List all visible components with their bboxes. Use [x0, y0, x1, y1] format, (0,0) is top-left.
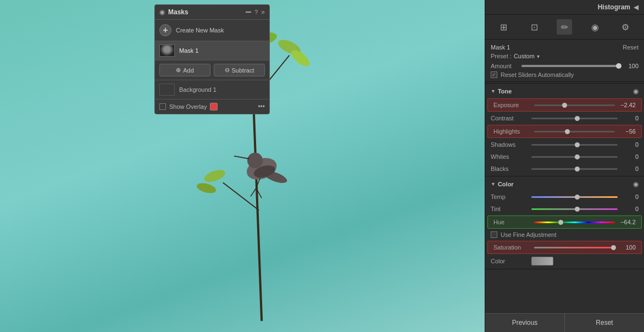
- temp-slider[interactable]: [531, 192, 618, 201]
- hue-label: Hue: [493, 219, 531, 225]
- tone-visibility-icon[interactable]: ◉: [633, 87, 639, 95]
- plus-icon: +: [159, 24, 171, 36]
- saturation-slider-row: Saturation 100: [487, 241, 642, 254]
- create-new-mask-button[interactable]: + Create New Mask: [155, 20, 269, 41]
- tint-slider[interactable]: [531, 204, 618, 213]
- blacks-slider-row: Blacks 0: [485, 163, 644, 175]
- eye-tool-icon[interactable]: ◉: [587, 19, 603, 35]
- mask-reset-button[interactable]: Reset: [623, 44, 639, 51]
- mask1-thumb-preview: [160, 45, 174, 56]
- crop-tool-icon[interactable]: ⊡: [526, 19, 542, 35]
- tint-slider-row: Tint 0: [485, 203, 644, 215]
- add-label: Add: [183, 67, 194, 74]
- tone-section-header[interactable]: ▼ Tone ◉: [485, 85, 644, 98]
- color-section-header[interactable]: ▼ Color ◉: [485, 178, 644, 191]
- whites-slider[interactable]: [531, 152, 618, 161]
- shadows-track: [531, 144, 618, 146]
- amount-slider-thumb[interactable]: [616, 63, 621, 69]
- whites-thumb[interactable]: [575, 154, 580, 159]
- checkbox-check-icon: ✓: [492, 72, 496, 78]
- add-button[interactable]: ⊕ Add: [159, 64, 210, 76]
- shadows-slider[interactable]: [531, 140, 618, 149]
- blacks-value: 0: [621, 165, 639, 172]
- masks-info-icon[interactable]: ?: [254, 9, 258, 15]
- tone-collapse-icon: ▼: [491, 88, 496, 94]
- divider-tone: [485, 83, 644, 84]
- amount-value: 100: [622, 63, 639, 69]
- exposure-slider[interactable]: [534, 101, 615, 109]
- mask1-thumbnail: [159, 45, 175, 57]
- exposure-thumb[interactable]: [562, 103, 567, 108]
- blacks-thumb[interactable]: [575, 167, 580, 171]
- preset-dropdown-icon[interactable]: ▾: [537, 53, 540, 59]
- amount-slider[interactable]: [521, 65, 619, 67]
- whites-value: 0: [621, 153, 639, 160]
- fine-adjustment-label: Use Fine Adjustment: [501, 231, 557, 238]
- mask-info-section: Mask 1 Reset Preset : Custom ▾ Amount 10…: [485, 40, 644, 82]
- mask-name-display: Mask 1: [491, 44, 510, 51]
- show-overlay-label: Show Overlay: [169, 103, 207, 110]
- right-panel: Histogram ◀ ⊞ ⊡ ✏ ◉ ⚙ Mask 1 Reset Prese…: [485, 0, 644, 332]
- saturation-slider[interactable]: [534, 243, 615, 252]
- show-overlay-group: Show Overlay: [159, 103, 218, 110]
- add-icon: ⊕: [176, 67, 181, 74]
- reset-sliders-checkbox[interactable]: ✓: [491, 71, 497, 78]
- masks-title-group: ◉ Masks: [159, 8, 188, 16]
- preset-row: Preset : Custom ▾: [491, 53, 639, 59]
- show-overlay-checkbox[interactable]: [159, 103, 166, 110]
- image-area: ◉ Masks ? » + Create New Mask Mask 1: [0, 0, 485, 332]
- hue-slider[interactable]: [534, 218, 615, 226]
- masks-controls-group: ? »: [246, 8, 265, 16]
- color-swatch-row: Color: [485, 254, 644, 268]
- background1-item[interactable]: Background 1: [155, 80, 269, 99]
- masks-footer: Show Overlay •••: [155, 99, 269, 114]
- preset-value: Custom: [514, 53, 535, 59]
- blacks-label: Blacks: [491, 165, 528, 172]
- contrast-value: 0: [621, 115, 639, 121]
- highlights-track: [534, 131, 615, 132]
- mask1-item[interactable]: Mask 1: [155, 41, 269, 60]
- overlay-more-icon[interactable]: •••: [258, 103, 265, 110]
- brush-tool-icon[interactable]: ✏: [557, 19, 572, 35]
- mask1-label: Mask 1: [179, 47, 198, 54]
- gear-tool-icon[interactable]: ⚙: [618, 19, 633, 35]
- amount-label: Amount: [491, 63, 518, 69]
- reset-sliders-label: Reset Sliders Automatically: [501, 71, 574, 78]
- hue-thumb[interactable]: [558, 220, 563, 225]
- previous-button[interactable]: Previous: [485, 313, 565, 332]
- exposure-track: [534, 104, 615, 106]
- reset-button[interactable]: Reset: [565, 313, 644, 332]
- tint-value: 0: [621, 206, 639, 212]
- saturation-thumb[interactable]: [611, 245, 616, 250]
- color-section-title: Color: [498, 181, 514, 187]
- color-visibility-icon[interactable]: ◉: [633, 180, 639, 188]
- contrast-label: Contrast: [491, 115, 528, 121]
- masks-minimize-icon[interactable]: [246, 12, 251, 13]
- blacks-track: [531, 168, 618, 170]
- whites-slider-row: Whites 0: [485, 151, 644, 163]
- tint-thumb[interactable]: [575, 207, 580, 212]
- shadows-thumb[interactable]: [575, 142, 580, 147]
- masks-more-icon[interactable]: »: [261, 8, 265, 16]
- photo-canvas: ◉ Masks ? » + Create New Mask Mask 1: [0, 0, 485, 332]
- masks-eye-icon[interactable]: ◉: [159, 8, 165, 16]
- exposure-label: Exposure: [493, 102, 531, 108]
- histogram-collapse-icon[interactable]: ◀: [634, 3, 639, 11]
- sliders-tool-icon[interactable]: ⊞: [496, 19, 512, 35]
- color-swatch[interactable]: [531, 257, 553, 265]
- contrast-thumb[interactable]: [575, 116, 580, 121]
- hue-value: −64.2: [618, 219, 636, 225]
- mask-name-row: Mask 1 Reset: [491, 44, 639, 51]
- blacks-slider[interactable]: [531, 164, 618, 173]
- contrast-slider[interactable]: [531, 114, 618, 123]
- subtract-icon: ⊖: [225, 67, 230, 74]
- svg-point-12: [247, 153, 263, 168]
- overlay-color-swatch[interactable]: [210, 103, 218, 110]
- temp-thumb[interactable]: [575, 195, 580, 200]
- subtract-button[interactable]: ⊖ Subtract: [214, 64, 265, 76]
- mask-action-buttons: ⊕ Add ⊖ Subtract: [155, 60, 269, 80]
- masks-header: ◉ Masks ? »: [155, 5, 269, 20]
- highlights-thumb[interactable]: [565, 129, 570, 134]
- highlights-slider[interactable]: [534, 127, 615, 136]
- fine-adjustment-checkbox[interactable]: [491, 231, 497, 238]
